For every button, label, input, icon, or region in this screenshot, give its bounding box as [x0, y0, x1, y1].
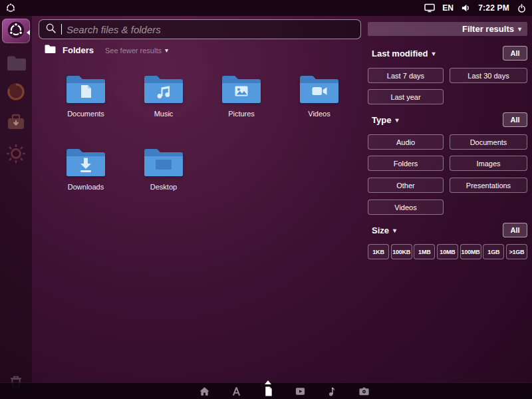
lens-applications-button[interactable] — [231, 386, 242, 397]
filter-section-size: Size ▾ All — [368, 222, 527, 238]
lens-music-button[interactable] — [327, 386, 338, 397]
search-icon — [45, 23, 57, 37]
filter-option-documents[interactable]: Documents — [450, 134, 527, 150]
filter-option-last-year[interactable]: Last year — [368, 89, 444, 104]
filter-section-type: Type ▾ All — [368, 112, 527, 128]
home-icon — [199, 386, 210, 397]
documents-folder-icon — [53, 72, 119, 105]
chevron-down-icon: ▾ — [518, 25, 521, 33]
tile-label: Documents — [53, 110, 119, 118]
lens-videos-button[interactable] — [295, 386, 306, 397]
chevron-down-icon: ▾ — [395, 116, 398, 124]
lens-home-button[interactable] — [199, 386, 210, 397]
filter-option-1gb[interactable]: 1GB — [483, 244, 504, 259]
music-folder-icon — [130, 72, 197, 105]
unity-dash-screen: EN 7:22 PM — [0, 0, 532, 399]
photos-icon — [358, 386, 370, 397]
filter-option-last-30-days[interactable]: Last 30 days — [450, 68, 527, 83]
search-bar — [39, 19, 361, 39]
power-icon[interactable] — [517, 3, 527, 13]
tile-videos[interactable]: Videos — [286, 72, 352, 118]
type-all-button[interactable]: All — [503, 112, 527, 127]
desktop-folder-icon — [130, 145, 197, 178]
videos-folder-icon — [286, 72, 352, 105]
search-input[interactable] — [66, 24, 354, 35]
last-modified-title[interactable]: Last modified ▾ — [368, 49, 436, 59]
filter-option-images[interactable]: Images — [450, 156, 527, 171]
ubuntu-swirl-icon — [6, 20, 26, 43]
lens-photos-button[interactable] — [358, 386, 370, 397]
tile-label: Videos — [286, 110, 352, 118]
filter-option-10mb[interactable]: 10MB — [437, 244, 458, 259]
tile-label: Pictures — [208, 110, 275, 118]
folder-icon — [44, 44, 57, 57]
launcher-item-system-settings[interactable] — [4, 142, 28, 166]
launcher-item-firefox[interactable] — [4, 80, 28, 104]
filter-option-gt1gb[interactable]: >1GB — [506, 244, 527, 259]
top-panel: EN 7:22 PM — [0, 0, 532, 16]
applications-icon — [231, 386, 242, 397]
tile-label: Downloads — [53, 183, 119, 191]
unity-launcher — [0, 16, 32, 399]
filter-option-1kb[interactable]: 1KB — [368, 244, 389, 259]
launcher-item-files[interactable] — [4, 51, 28, 74]
lens-bar — [0, 382, 532, 399]
tile-pictures[interactable]: Pictures — [208, 72, 275, 118]
filter-results-button[interactable]: Filter results ▾ — [368, 22, 527, 36]
files-icon — [263, 386, 274, 397]
dash-home-button[interactable] — [2, 19, 30, 43]
size-all-button[interactable]: All — [503, 223, 527, 237]
type-title[interactable]: Type ▾ — [368, 115, 398, 125]
ubuntu-logo-icon — [5, 3, 16, 13]
filter-option-videos[interactable]: Videos — [368, 200, 444, 215]
filter-option-100mb[interactable]: 100MB — [460, 244, 481, 259]
tile-desktop[interactable]: Desktop — [130, 145, 197, 191]
videos-icon — [295, 386, 306, 397]
volume-icon[interactable] — [461, 3, 471, 13]
filter-results-label: Filter results — [462, 24, 514, 34]
music-icon — [327, 386, 338, 397]
lens-files-button[interactable] — [263, 386, 274, 397]
tile-downloads[interactable]: Downloads — [53, 145, 119, 191]
filter-option-audio[interactable]: Audio — [368, 134, 444, 150]
clock[interactable]: 7:22 PM — [478, 3, 509, 13]
tile-music[interactable]: Music — [130, 72, 197, 118]
filter-option-100kb[interactable]: 100KB — [391, 244, 412, 259]
keyboard-layout-indicator[interactable]: EN — [442, 3, 454, 13]
tile-label: Desktop — [130, 183, 197, 191]
see-fewer-results-toggle[interactable]: See fewer results ▾ — [105, 47, 168, 55]
chevron-down-icon: ▾ — [165, 47, 168, 54]
filter-option-folders[interactable]: Folders — [368, 156, 444, 171]
tile-label: Music — [130, 110, 197, 118]
folders-section-title: Folders — [63, 45, 94, 55]
filter-option-1mb[interactable]: 1MB — [414, 244, 435, 259]
chevron-down-icon: ▾ — [432, 50, 436, 57]
focused-arrow-icon — [27, 30, 30, 35]
display-indicator-icon[interactable] — [424, 3, 435, 13]
size-title[interactable]: Size ▾ — [368, 225, 396, 235]
active-lens-indicator-icon — [265, 380, 271, 384]
filter-section-last-modified: Last modified ▾ All — [368, 45, 527, 61]
folders-section-header: Folders See fewer results ▾ — [44, 44, 168, 57]
filter-option-presentations[interactable]: Presentations — [450, 178, 527, 193]
filter-option-last-7-days[interactable]: Last 7 days — [368, 68, 444, 83]
pictures-folder-icon — [208, 72, 275, 105]
text-caret — [61, 24, 62, 35]
size-options-row: 1KB 100KB 1MB 10MB 100MB 1GB >1GB — [368, 244, 527, 259]
tile-documents[interactable]: Documents — [53, 72, 119, 118]
last-modified-all-button[interactable]: All — [503, 46, 527, 61]
filter-option-other[interactable]: Other — [368, 178, 444, 193]
launcher-item-software-center[interactable] — [4, 110, 28, 134]
chevron-down-icon: ▾ — [393, 227, 396, 234]
downloads-folder-icon — [53, 145, 119, 178]
